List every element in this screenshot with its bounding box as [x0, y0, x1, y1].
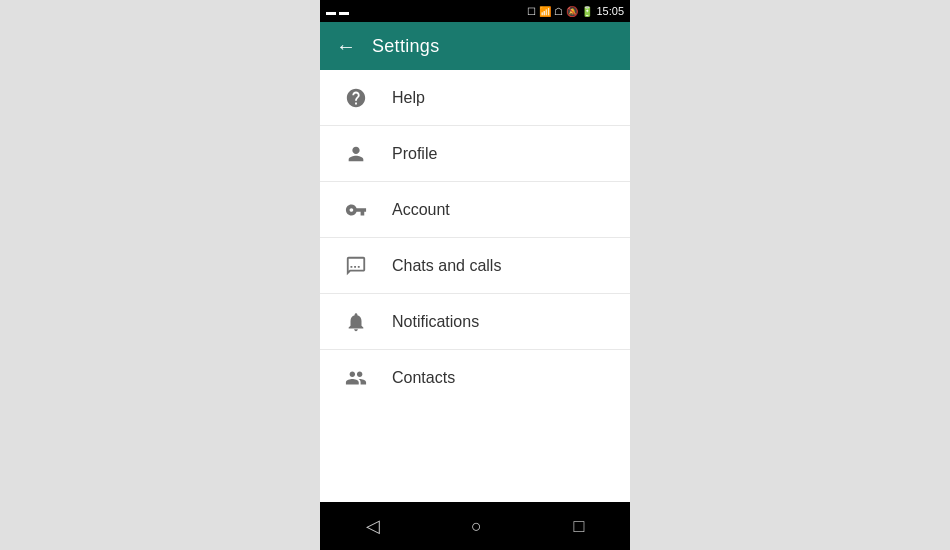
battery-icon: 🔋 [581, 6, 593, 17]
settings-list: Help Profile Account [320, 70, 630, 502]
account-label: Account [392, 201, 450, 219]
sim-icon2: ▬ [339, 6, 349, 17]
notifications-label: Notifications [392, 313, 479, 331]
signal-icon: ☖ [554, 6, 563, 17]
contacts-icon [336, 367, 376, 389]
menu-item-chats[interactable]: Chats and calls [320, 238, 630, 294]
chats-icon [336, 255, 376, 277]
wifi-icon: 📶 [539, 6, 551, 17]
app-bar-title: Settings [372, 36, 439, 57]
back-button[interactable]: ← [336, 35, 356, 58]
menu-item-contacts[interactable]: Contacts [320, 350, 630, 406]
menu-item-account[interactable]: Account [320, 182, 630, 238]
phone-icon: ☐ [527, 6, 536, 17]
status-bar: ▬ ▬ ☐ 📶 ☖ 🔕 🔋 15:05 [320, 0, 630, 22]
profile-icon [336, 143, 376, 165]
bell-mute-icon: 🔕 [566, 6, 578, 17]
home-nav-button[interactable]: ○ [455, 508, 498, 545]
notifications-icon [336, 311, 376, 333]
chats-label: Chats and calls [392, 257, 501, 275]
contacts-label: Contacts [392, 369, 455, 387]
status-time: 15:05 [596, 5, 624, 17]
account-icon [336, 199, 376, 221]
menu-item-notifications[interactable]: Notifications [320, 294, 630, 350]
phone-frame: ▬ ▬ ☐ 📶 ☖ 🔕 🔋 15:05 ← Settings Help [320, 0, 630, 550]
help-icon [336, 87, 376, 109]
menu-item-profile[interactable]: Profile [320, 126, 630, 182]
back-nav-button[interactable]: ◁ [350, 507, 396, 545]
status-bar-left: ▬ ▬ [326, 6, 349, 17]
bottom-nav: ◁ ○ □ [320, 502, 630, 550]
profile-label: Profile [392, 145, 437, 163]
app-bar: ← Settings [320, 22, 630, 70]
recents-nav-button[interactable]: □ [557, 508, 600, 545]
menu-item-help[interactable]: Help [320, 70, 630, 126]
help-label: Help [392, 89, 425, 107]
sim-icon: ▬ [326, 6, 336, 17]
status-bar-right: ☐ 📶 ☖ 🔕 🔋 15:05 [527, 5, 624, 17]
